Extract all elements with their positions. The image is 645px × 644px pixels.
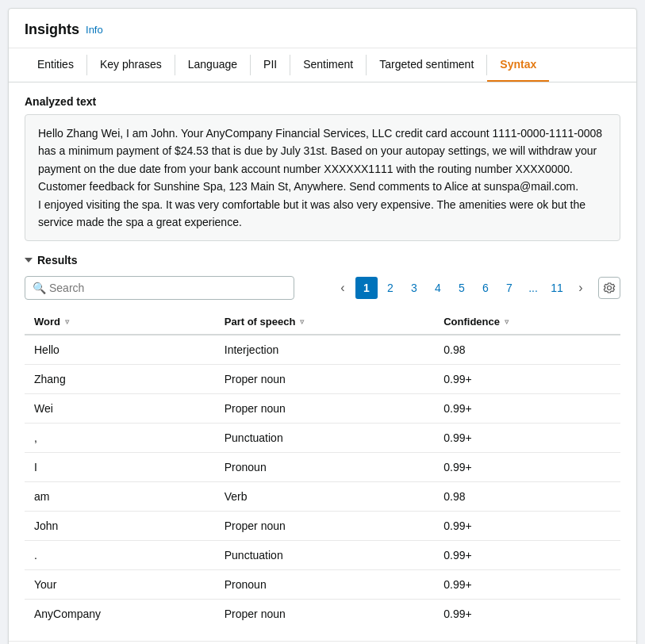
insights-card: Insights Info Entities Key phrases Langu… [8, 8, 637, 644]
content-area: Analyzed text Hello Zhang Wei, I am John… [9, 82, 636, 641]
page-6-button[interactable]: 6 [474, 277, 497, 299]
cell-confidence-1: 0.99+ [434, 365, 620, 394]
cell-word-0: Hello [25, 335, 215, 365]
cell-pos-9: Proper noun [215, 600, 434, 629]
cell-word-2: Wei [25, 394, 215, 424]
cell-word-5: am [25, 482, 215, 512]
page-11-button[interactable]: 11 [546, 277, 568, 299]
cell-word-4: I [25, 453, 215, 482]
tab-language[interactable]: Language [175, 48, 250, 82]
cell-pos-0: Interjection [215, 335, 434, 365]
analyzed-text-label: Analyzed text [25, 95, 620, 108]
sort-icon-confidence[interactable]: ▿ [505, 317, 509, 326]
cell-word-1: Zhang [25, 365, 215, 394]
tab-pii[interactable]: PII [251, 48, 290, 82]
cell-word-3: , [25, 424, 215, 453]
results-table: Word ▿ Part of speech ▿ [25, 309, 620, 628]
cell-pos-6: Proper noun [215, 512, 434, 541]
search-container: 🔍 [25, 276, 294, 300]
page-1-button[interactable]: 1 [355, 277, 378, 299]
chevron-down-icon [25, 258, 33, 263]
page-ellipsis: ... [522, 277, 544, 299]
search-input[interactable] [25, 276, 294, 300]
table-row: AnyCompany Proper noun 0.99+ [25, 600, 620, 629]
header-row: Word ▿ Part of speech ▿ [25, 309, 620, 335]
cell-confidence-2: 0.99+ [434, 394, 620, 424]
cell-pos-3: Punctuation [215, 424, 434, 453]
page-title: Insights [25, 21, 79, 38]
tab-key-phrases[interactable]: Key phrases [87, 48, 175, 82]
cell-pos-7: Punctuation [215, 541, 434, 570]
tab-sentiment[interactable]: Sentiment [290, 48, 366, 82]
app-integration-section[interactable]: Application integration [9, 641, 636, 644]
cell-confidence-4: 0.99+ [434, 453, 620, 482]
cell-pos-5: Verb [215, 482, 434, 512]
next-page-button[interactable]: › [570, 277, 592, 299]
cell-confidence-7: 0.99+ [434, 541, 620, 570]
col-confidence-label: Confidence [443, 316, 500, 328]
cell-confidence-0: 0.98 [434, 335, 620, 365]
results-header[interactable]: Results [25, 254, 620, 266]
page-4-button[interactable]: 4 [427, 277, 449, 299]
tab-targeted-sentiment[interactable]: Targeted sentiment [367, 48, 486, 82]
results-section: Results 🔍 ‹ 1 2 3 4 5 6 [25, 254, 620, 628]
col-pos: Part of speech ▿ [215, 309, 434, 335]
gear-icon [603, 282, 616, 294]
table-row: . Punctuation 0.99+ [25, 541, 620, 570]
tab-syntax[interactable]: Syntax [487, 48, 549, 82]
page-5-button[interactable]: 5 [451, 277, 473, 299]
tab-entities[interactable]: Entities [25, 48, 86, 82]
info-link[interactable]: Info [86, 24, 103, 36]
prev-page-button[interactable]: ‹ [332, 277, 354, 299]
table-row: Your Pronoun 0.99+ [25, 570, 620, 600]
table-row: , Punctuation 0.99+ [25, 424, 620, 453]
cell-pos-1: Proper noun [215, 365, 434, 394]
cell-pos-4: Pronoun [215, 453, 434, 482]
table-row: Wei Proper noun 0.99+ [25, 394, 620, 424]
analyzed-text-box: Hello Zhang Wei, I am John. Your AnyComp… [25, 114, 620, 241]
search-icon: 🔍 [33, 282, 46, 294]
col-word: Word ▿ [25, 309, 215, 335]
cell-pos-8: Pronoun [215, 570, 434, 600]
cell-word-6: John [25, 512, 215, 541]
cell-word-7: . [25, 541, 215, 570]
page-3-button[interactable]: 3 [403, 277, 425, 299]
sort-icon-word[interactable]: ▿ [65, 317, 69, 326]
cell-pos-2: Proper noun [215, 394, 434, 424]
analyzed-text-content: Hello Zhang Wei, I am John. Your AnyComp… [38, 127, 602, 228]
card-header: Insights Info [9, 9, 636, 48]
cell-confidence-3: 0.99+ [434, 424, 620, 453]
pagination: ‹ 1 2 3 4 5 6 7 ... 11 › [332, 277, 592, 299]
page-7-button[interactable]: 7 [498, 277, 520, 299]
table-body: Hello Interjection 0.98 Zhang Proper nou… [25, 335, 620, 628]
tabs-bar: Entities Key phrases Language PII Sentim… [9, 48, 636, 82]
table-row: I Pronoun 0.99+ [25, 453, 620, 482]
col-confidence: Confidence ▿ [434, 309, 620, 335]
col-word-label: Word [34, 316, 60, 328]
cell-confidence-5: 0.98 [434, 482, 620, 512]
results-label: Results [37, 254, 78, 266]
table-row: Hello Interjection 0.98 [25, 335, 620, 365]
sort-icon-pos[interactable]: ▿ [300, 317, 304, 326]
col-pos-label: Part of speech [225, 316, 296, 328]
page-2-button[interactable]: 2 [379, 277, 401, 299]
cell-confidence-8: 0.99+ [434, 570, 620, 600]
cell-confidence-9: 0.99+ [434, 600, 620, 629]
table-row: John Proper noun 0.99+ [25, 512, 620, 541]
cell-word-8: Your [25, 570, 215, 600]
cell-confidence-6: 0.99+ [434, 512, 620, 541]
table-row: Zhang Proper noun 0.99+ [25, 365, 620, 394]
table-row: am Verb 0.98 [25, 482, 620, 512]
table-header: Word ▿ Part of speech ▿ [25, 309, 620, 335]
search-bar-row: 🔍 ‹ 1 2 3 4 5 6 7 ... 11 › [25, 276, 620, 300]
settings-button[interactable] [598, 277, 620, 299]
cell-word-9: AnyCompany [25, 600, 215, 629]
